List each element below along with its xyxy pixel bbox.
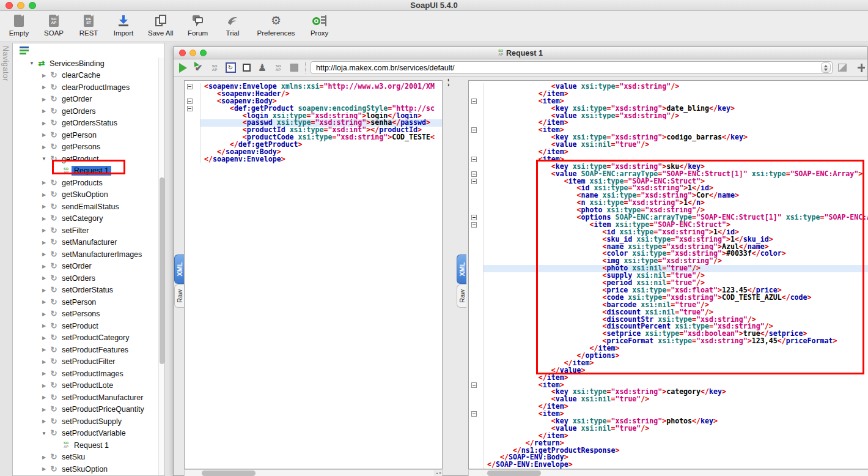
tree-item-setproductfilter[interactable]: ▶↻setProductFilter: [13, 356, 158, 368]
tree-item-getperson[interactable]: ▶↻getPerson: [13, 129, 158, 141]
edit-endpoint-icon[interactable]: [836, 62, 848, 74]
cancel-request-icon[interactable]: [288, 62, 300, 74]
fold-marker-icon[interactable]: [469, 178, 484, 185]
create-empty-request-icon[interactable]: [240, 62, 252, 74]
response-tab-raw[interactable]: Raw: [457, 284, 466, 308]
tree-item-setproductlote[interactable]: ▶↻setProductLote: [13, 380, 158, 392]
tree-item-setproductsupply[interactable]: ▶↻setProductSupply: [13, 415, 158, 428]
tree-item-getpersons[interactable]: ▶↻getPersons: [13, 141, 158, 154]
tree-item-setproductvariable[interactable]: ▼↻setProductVariable: [13, 428, 158, 440]
splitter-collapse-icon[interactable]: ‹›: [447, 78, 449, 87]
tree-item-setproductfeatures[interactable]: ▶↻setProductFeatures: [13, 344, 158, 356]
tree-item-setproductcategory[interactable]: ▶↻setProductCategory: [13, 332, 158, 344]
expander-closed-icon[interactable]: ▶: [40, 84, 48, 90]
expander-closed-icon[interactable]: ▶: [40, 455, 48, 460]
tree-item-getproduct[interactable]: ▼↻getProduct: [13, 153, 158, 165]
proxy-button[interactable]: Proxy: [309, 13, 330, 37]
request-xml-editor[interactable]: <soapenv:Envelope xmlns:xsi="http://www.…: [184, 80, 443, 469]
tree-item-setorders[interactable]: ▶↻setOrders: [13, 272, 158, 284]
fold-marker-icon[interactable]: [469, 171, 484, 178]
add-endpoint-icon[interactable]: [852, 62, 864, 74]
expander-closed-icon[interactable]: ▶: [40, 359, 48, 365]
rest-button[interactable]: RE STREST: [78, 13, 99, 37]
fold-marker-icon[interactable]: [185, 83, 200, 91]
response-tab-xml[interactable]: XML: [457, 255, 466, 284]
expander-closed-icon[interactable]: ▶: [40, 144, 48, 150]
expander-closed-icon[interactable]: ▶: [40, 180, 48, 185]
tree-item-setmanufacturerimages[interactable]: ▶↻setManufacturerImages: [13, 248, 158, 261]
tree-item-clearcache[interactable]: ▶↻clearCache: [13, 70, 158, 82]
expander-closed-icon[interactable]: ▶: [40, 228, 48, 233]
tree-item-getordersstatus[interactable]: ▶↻getOrdersStatus: [13, 117, 158, 130]
expander-open-icon[interactable]: ▼: [40, 431, 48, 436]
tree-item-clearproductimages[interactable]: ▶↻clearProductImages: [13, 81, 158, 94]
tree-item-getproducts[interactable]: ▶↻getProducts: [13, 177, 158, 189]
expander-closed-icon[interactable]: ▶: [40, 73, 48, 78]
expander-closed-icon[interactable]: ▶: [40, 299, 48, 305]
tree-item-setproductmanufacturer[interactable]: ▶↻setProductManufacturer: [13, 392, 158, 404]
expander-closed-icon[interactable]: ▶: [40, 251, 48, 257]
expander-closed-icon[interactable]: ▶: [40, 132, 48, 138]
navigator-scrollbar[interactable]: [158, 58, 164, 475]
empty-button[interactable]: Empty: [9, 13, 29, 37]
tree-item-getorder[interactable]: ▶↻getOrder: [13, 94, 158, 106]
tree-item-getskuoption[interactable]: ▶↻getSkuOption: [13, 189, 158, 201]
fold-marker-icon[interactable]: [469, 221, 484, 229]
tree-item-setskuoption[interactable]: ▶↻setSkuOption: [13, 463, 158, 475]
forum-button[interactable]: Forum: [188, 13, 208, 37]
expander-closed-icon[interactable]: ▶: [40, 347, 48, 352]
response-xml-editor[interactable]: <value xsi:type="xsd:string"/> </item> <…: [468, 80, 868, 469]
clone-request-icon[interactable]: ♟: [256, 62, 268, 74]
response-editor-hscrollbar[interactable]: [468, 469, 868, 476]
soap-button[interactable]: SO APSOAP: [43, 13, 64, 37]
tree-item-setmanufacturer[interactable]: ▶↻setManufacturer: [13, 237, 158, 249]
fold-marker-icon[interactable]: [469, 156, 484, 163]
tree-item-request-1[interactable]: SOAPRequest 1: [13, 165, 158, 177]
tree-item-setproductpricequantity[interactable]: ▶↻setProductPriceQuantity: [13, 404, 158, 416]
expander-closed-icon[interactable]: ▶: [40, 383, 48, 389]
save-all-button[interactable]: Save All: [148, 13, 174, 37]
fold-marker-icon[interactable]: [469, 127, 484, 134]
expander-closed-icon[interactable]: ▶: [40, 288, 48, 293]
preferences-button[interactable]: ⚙Preferences: [257, 13, 295, 37]
expander-closed-icon[interactable]: ▶: [40, 240, 48, 245]
fold-marker-icon[interactable]: [469, 98, 484, 105]
fold-marker-icon[interactable]: [185, 105, 200, 113]
recreate-request-icon[interactable]: ↻: [224, 62, 237, 74]
fold-marker-icon[interactable]: [469, 411, 484, 418]
expander-closed-icon[interactable]: ▶: [40, 216, 48, 221]
expander-closed-icon[interactable]: ▶: [40, 311, 48, 317]
tree-item-setorderstatus[interactable]: ▶↻setOrderStatus: [13, 284, 158, 297]
trial-button[interactable]: Trial: [223, 13, 243, 37]
tree-item-setpersons[interactable]: ▶↻setPersons: [13, 308, 158, 321]
request-hscrollbar-thumb[interactable]: [202, 470, 256, 476]
expander-closed-icon[interactable]: ▶: [40, 335, 48, 341]
soap-action-icon[interactable]: SOAP: [208, 62, 221, 74]
navigator-options-icon[interactable]: [20, 46, 29, 54]
fold-marker-icon[interactable]: [185, 98, 200, 105]
expander-closed-icon[interactable]: ▶: [40, 371, 48, 376]
expander-closed-icon[interactable]: ▶: [40, 395, 48, 400]
expander-open-icon[interactable]: ▼: [40, 156, 48, 162]
soap-headers-icon[interactable]: SOAP: [272, 62, 284, 74]
tree-item-setcategory[interactable]: ▶↻setCategory: [13, 213, 158, 225]
navigator-scrollbar-thumb[interactable]: [160, 177, 164, 364]
expander-closed-icon[interactable]: ▶: [40, 466, 48, 472]
request-editor-hscrollbar[interactable]: [184, 469, 443, 476]
expander-closed-icon[interactable]: ▶: [40, 121, 48, 126]
expander-closed-icon[interactable]: ▶: [40, 323, 48, 329]
expander-open-icon[interactable]: ▼: [28, 61, 36, 66]
submit-request-icon[interactable]: [177, 62, 189, 74]
request-tab-xml[interactable]: XML: [174, 255, 184, 284]
fold-marker-icon[interactable]: [469, 214, 484, 221]
expander-closed-icon[interactable]: ▶: [40, 275, 48, 281]
tree-item-setsku[interactable]: ▶↻setSku: [13, 452, 158, 464]
request-editor-scroll-corner[interactable]: ▲▼: [435, 469, 443, 476]
add-to-testcase-icon[interactable]: ✔: [193, 62, 205, 74]
navigator-dock-label[interactable]: Navigator: [1, 46, 10, 81]
expander-closed-icon[interactable]: ▶: [40, 418, 48, 424]
endpoint-url-input[interactable]: [311, 61, 833, 74]
tree-item-updateorder[interactable]: ▶↻updateOrder: [13, 475, 158, 476]
tree-item-setfilter[interactable]: ▶↻setFilter: [13, 225, 158, 237]
expander-closed-icon[interactable]: ▶: [40, 108, 48, 114]
